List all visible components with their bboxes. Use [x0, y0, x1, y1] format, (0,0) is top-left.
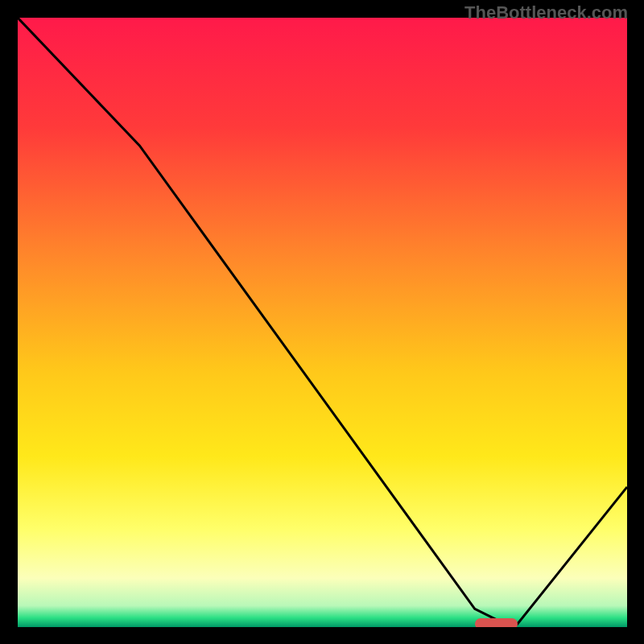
- watermark-text: TheBottleneck.com: [464, 2, 628, 23]
- chart-plot-area: [16, 16, 629, 629]
- chart-curve: [18, 18, 627, 627]
- optimal-range-marker: [475, 618, 518, 629]
